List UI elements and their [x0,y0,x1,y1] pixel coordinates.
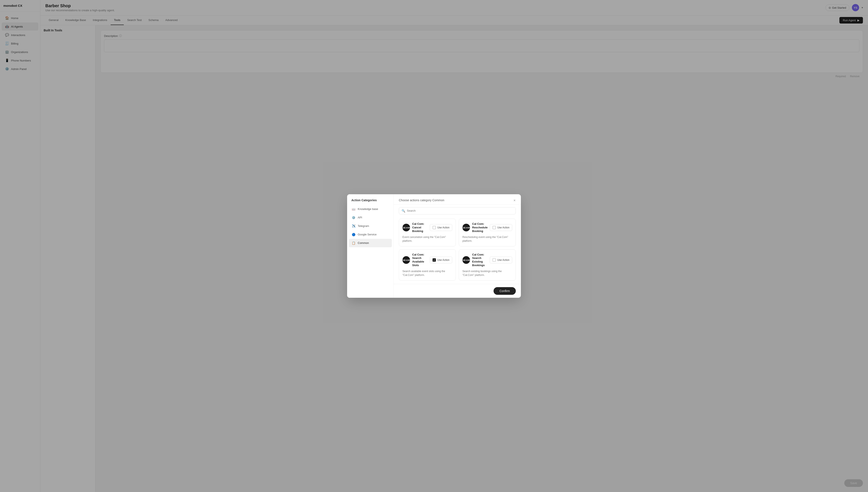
modal-sidebar-icon-knowledge-base: 📖 [351,207,356,211]
card-desc-cancel-booking: Event cancelation using the "Cal.Com" pl… [402,235,452,243]
use-action-btn-reschedule-booking[interactable]: Use Action [490,224,512,231]
modal-close-button[interactable]: × [511,198,518,203]
card-desc-reschedule-booking: Rescheduling event using the "Cal.Com" p… [463,235,512,243]
checkbox-reschedule-booking [493,226,496,229]
modal-sidebar-item-google-service[interactable]: 🔵 Google Service [347,230,394,239]
card-title-search-bookings: Cal Com: Search Existing Bookings [472,253,490,267]
search-input-wrap: 🔍 [399,207,516,214]
card-title-reschedule-booking: Cal Com: Reschedule Booking [472,222,490,233]
use-action-label-cancel-booking: Use Action [438,226,449,229]
use-action-btn-search-slots[interactable]: Use Action [430,256,452,263]
action-card-cancel-booking: Cal.com Cal Com: Cancel Booking Use Acti… [399,219,456,246]
card-header-reschedule-booking: Cal.com Cal Com: Reschedule Booking Use … [463,222,512,233]
card-logo-search-slots: Cal.com [402,256,410,264]
modal-header: Choose actions category Common [394,194,521,205]
card-logo-title-cancel-booking: Cal.com Cal Com: Cancel Booking [402,222,430,233]
modal-sidebar: Action Categories 📖 Knowledge base ⚙️ AP… [347,194,394,298]
modal-sidebar-icon-common: 📋 [351,241,356,245]
modal-sidebar-label-google-service: Google Service [358,233,376,236]
checkbox-cancel-booking [432,226,436,229]
modal-sidebar-label-telegram: Telegram [358,224,369,227]
card-logo-search-bookings: Cal.com [463,256,470,264]
confirm-button[interactable]: Confirm [494,287,516,295]
card-logo-reschedule-booking: Cal.com [463,224,470,231]
modal-sidebar-icon-google-service: 🔵 [351,232,356,237]
card-title-cancel-booking: Cal Com: Cancel Booking [412,222,430,233]
checkbox-search-bookings [493,258,496,262]
use-action-label-search-bookings: Use Action [497,259,509,262]
search-input[interactable] [407,209,513,212]
action-card-reschedule-booking: Cal.com Cal Com: Reschedule Booking Use … [459,219,516,246]
card-header-cancel-booking: Cal.com Cal Com: Cancel Booking Use Acti… [402,222,452,233]
use-action-label-search-slots: Use Action [438,259,449,262]
card-desc-search-slots: Search available event slots using the "… [402,269,452,277]
card-logo-title-search-slots: Cal.com Cal Com: Search Available Slots [402,253,430,267]
action-card-search-bookings: Cal.com Cal Com: Search Existing Booking… [459,249,516,281]
modal-sidebar-icon-api: ⚙️ [351,216,356,220]
modal-search: 🔍 [394,205,521,217]
modal-sidebar-item-api[interactable]: ⚙️ API [347,213,394,222]
modal-sidebar-item-common[interactable]: 📋 Common [349,239,392,247]
modal-overlay[interactable]: Action Categories 📖 Knowledge base ⚙️ AP… [0,0,868,492]
modal-sidebar-label-knowledge-base: Knowledge base [358,207,378,211]
card-header-search-slots: Cal.com Cal Com: Search Available Slots … [402,253,452,267]
modal-sidebar-icon-telegram: ✈️ [351,224,356,228]
use-action-btn-search-bookings[interactable]: Use Action [490,256,512,263]
use-action-btn-cancel-booking[interactable]: Use Action [430,224,452,231]
action-card-search-slots: Cal.com Cal Com: Search Available Slots … [399,249,456,281]
modal-main: Choose actions category Common × 🔍 Cal.c… [394,194,521,298]
use-action-label-reschedule-booking: Use Action [497,226,509,229]
modal-sidebar-title: Action Categories [347,198,394,205]
modal-sidebar-item-knowledge-base[interactable]: 📖 Knowledge base [347,205,394,213]
card-logo-title-search-bookings: Cal.com Cal Com: Search Existing Booking… [463,253,490,267]
modal: Action Categories 📖 Knowledge base ⚙️ AP… [347,194,521,298]
card-logo-cancel-booking: Cal.com [402,224,410,231]
modal-sidebar-label-common: Common [358,241,369,245]
card-header-search-bookings: Cal.com Cal Com: Search Existing Booking… [463,253,512,267]
modal-header-title: Choose actions category Common [399,198,444,202]
modal-cards: Cal.com Cal Com: Cancel Booking Use Acti… [394,217,521,284]
card-title-search-slots: Cal Com: Search Available Slots [412,253,430,267]
modal-sidebar-label-api: API [358,216,362,219]
checkbox-search-slots [432,258,436,262]
card-logo-title-reschedule-booking: Cal.com Cal Com: Reschedule Booking [463,222,490,233]
modal-sidebar-item-telegram[interactable]: ✈️ Telegram [347,222,394,230]
modal-footer: Confirm [394,284,521,298]
search-icon: 🔍 [401,209,405,213]
card-desc-search-bookings: Search existing bookings using the "Cal.… [463,269,512,277]
